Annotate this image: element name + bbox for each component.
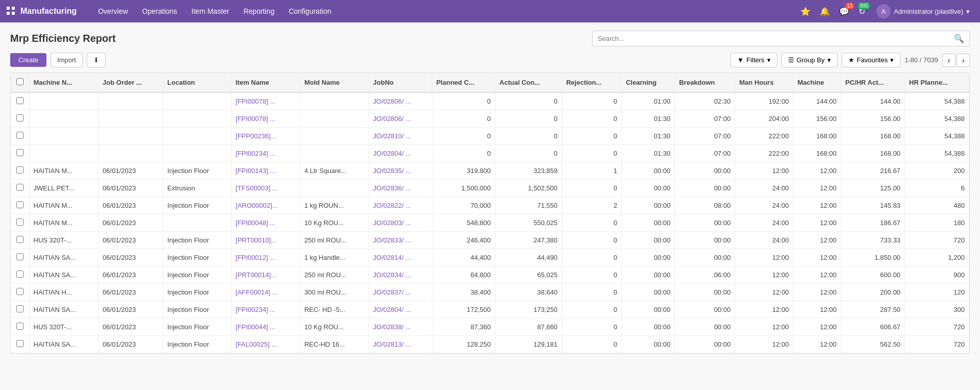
- cell-jobno[interactable]: JO/02804/ ...: [369, 145, 432, 162]
- cell-item-name[interactable]: [FPP00236]...: [231, 128, 300, 145]
- col-jobno[interactable]: JobNo: [369, 73, 432, 92]
- row-checkbox[interactable]: [16, 184, 23, 191]
- star-icon-btn[interactable]: ⭐: [798, 5, 813, 18]
- cell-jobno[interactable]: JO/02833/ ...: [369, 232, 432, 249]
- cell-jobno[interactable]: JO/02810/ ...: [369, 128, 432, 145]
- favourites-button[interactable]: ★ Favourites ▾: [842, 53, 901, 67]
- search-input[interactable]: [598, 35, 954, 42]
- cell-item-name[interactable]: [AFF00014] ...: [231, 284, 300, 301]
- col-item-name[interactable]: Item Name: [231, 73, 300, 92]
- col-machine-val[interactable]: Machine: [793, 73, 841, 92]
- cell-item-name[interactable]: [FPI00078] ...: [231, 110, 300, 128]
- row-checkbox[interactable]: [16, 97, 23, 104]
- nav-reporting[interactable]: Reporting: [236, 0, 282, 22]
- cell-job-order: 06/01/2023: [99, 301, 163, 319]
- row-checkbox[interactable]: [16, 253, 23, 260]
- nav-configuration[interactable]: Configuration: [282, 0, 338, 22]
- cell-job-order: 06/01/2023: [99, 180, 163, 197]
- col-rejection[interactable]: Rejection...: [562, 73, 622, 92]
- row-checkbox[interactable]: [16, 201, 23, 208]
- nav-operations[interactable]: Operations: [135, 0, 184, 22]
- nav-item-master[interactable]: Item Master: [184, 0, 236, 22]
- cell-item-name[interactable]: [FPI00078] ...: [231, 92, 300, 110]
- row-checkbox[interactable]: [16, 305, 23, 312]
- cell-item-name[interactable]: [FPI00143] ...: [231, 162, 300, 180]
- cell-jobno[interactable]: JO/02806/ ...: [369, 110, 432, 128]
- row-checkbox[interactable]: [16, 323, 23, 330]
- search-bar: 🔍: [592, 31, 970, 46]
- col-location[interactable]: Location: [163, 73, 231, 92]
- col-man-hours[interactable]: Man Hours: [735, 73, 793, 92]
- cell-jobno[interactable]: JO/02814/ ...: [369, 249, 432, 266]
- cell-item-name[interactable]: [PRT00014]...: [231, 266, 300, 284]
- cell-clearning: 01:30: [622, 110, 675, 128]
- cell-jobno[interactable]: JO/02822/ ...: [369, 197, 432, 214]
- cell-item-name[interactable]: [FPI00012] ...: [231, 249, 300, 266]
- filters-button[interactable]: ▼ Filters ▾: [730, 53, 777, 67]
- row-checkbox[interactable]: [16, 271, 23, 278]
- refresh-badge: 995: [857, 3, 870, 9]
- cell-actual: 0: [495, 128, 562, 145]
- col-planned[interactable]: Planned C...: [432, 73, 495, 92]
- row-checkbox[interactable]: [16, 132, 23, 139]
- table-row: HAITIAN M... 06/01/2023 [FPI00048] ... 1…: [11, 214, 969, 232]
- cell-jobno[interactable]: JO/02803/ ...: [369, 214, 432, 232]
- cell-jobno[interactable]: JO/02837/ ...: [369, 284, 432, 301]
- row-checkbox[interactable]: [16, 149, 23, 156]
- row-checkbox[interactable]: [16, 166, 23, 174]
- next-page-button[interactable]: ›: [957, 54, 970, 67]
- nav-overview[interactable]: Overview: [91, 0, 135, 22]
- col-machine[interactable]: Machine N...: [29, 73, 99, 92]
- toolbar: Create Import ⬇ ▼ Filters ▾ ☰ Group By ▾…: [10, 53, 970, 67]
- cell-jobno[interactable]: JO/02835/ ...: [369, 162, 432, 180]
- col-job-order[interactable]: Job Order ...: [99, 73, 163, 92]
- cell-rejection: 2: [562, 197, 622, 214]
- chat-icon-btn[interactable]: 💬 13: [837, 5, 851, 18]
- col-hr-planned[interactable]: HR Planne...: [905, 73, 969, 92]
- cell-jobno[interactable]: JO/02838/ ...: [369, 319, 432, 336]
- cell-item-name[interactable]: [FPI00234] ...: [231, 301, 300, 319]
- cell-item-name[interactable]: [FPI00234] ...: [231, 145, 300, 162]
- cell-item-name[interactable]: [ARO00002]...: [231, 197, 300, 214]
- row-checkbox[interactable]: [16, 218, 23, 226]
- cell-jobno[interactable]: JO/02836/ ...: [369, 180, 432, 197]
- row-checkbox[interactable]: [16, 288, 23, 295]
- groupby-button[interactable]: ☰ Group By ▾: [781, 53, 838, 67]
- bell-icon-btn[interactable]: 🔔: [818, 5, 832, 18]
- cell-hr-planned: 300: [905, 301, 969, 319]
- avatar: A: [876, 4, 891, 18]
- cell-rejection: 0: [562, 249, 622, 266]
- cell-item-name[interactable]: [PRT00010]...: [231, 232, 300, 249]
- cell-item-name[interactable]: [FPI00044] ...: [231, 319, 300, 336]
- cell-mold-name: REC- HD -5...: [300, 301, 369, 319]
- cell-jobno[interactable]: JO/02804/ ...: [369, 301, 432, 319]
- row-checkbox[interactable]: [16, 236, 23, 243]
- import-button[interactable]: Import: [51, 53, 83, 67]
- cell-machine: [29, 92, 99, 110]
- col-breakdown[interactable]: Breakdown: [675, 73, 735, 92]
- col-clearning[interactable]: Clearning: [622, 73, 675, 92]
- col-mold-name[interactable]: Mold Name: [300, 73, 369, 92]
- grid-icon[interactable]: [6, 6, 15, 17]
- refresh-icon-btn[interactable]: ↻ 995: [856, 5, 867, 18]
- row-checkbox[interactable]: [16, 340, 23, 347]
- cell-item-name[interactable]: [FAL00025] ...: [231, 336, 300, 353]
- row-checkbox[interactable]: [16, 114, 23, 121]
- user-menu[interactable]: A Administrator (plastlive) ▾: [872, 2, 974, 20]
- cell-jobno[interactable]: JO/02813/ ...: [369, 336, 432, 353]
- cell-pc-hr-act: 168.00: [841, 145, 904, 162]
- col-actual[interactable]: Actual Con...: [495, 73, 562, 92]
- col-pc-hr-act[interactable]: PC/HR Act...: [841, 73, 904, 92]
- create-button[interactable]: Create: [10, 53, 46, 67]
- cell-jobno[interactable]: JO/02806/ ...: [369, 92, 432, 110]
- download-button[interactable]: ⬇: [87, 53, 106, 67]
- cell-mold-name: REC-HD 16...: [300, 336, 369, 353]
- cell-item-name[interactable]: [FPI00048] ...: [231, 214, 300, 232]
- cell-clearning: 00:00: [622, 249, 675, 266]
- cell-item-name[interactable]: [TFS00003] ...: [231, 180, 300, 197]
- search-icon[interactable]: 🔍: [954, 34, 964, 43]
- prev-page-button[interactable]: ‹: [942, 54, 955, 67]
- select-all-checkbox[interactable]: [16, 78, 23, 85]
- select-all-col[interactable]: [11, 73, 29, 92]
- cell-jobno[interactable]: JO/02834/ ...: [369, 266, 432, 284]
